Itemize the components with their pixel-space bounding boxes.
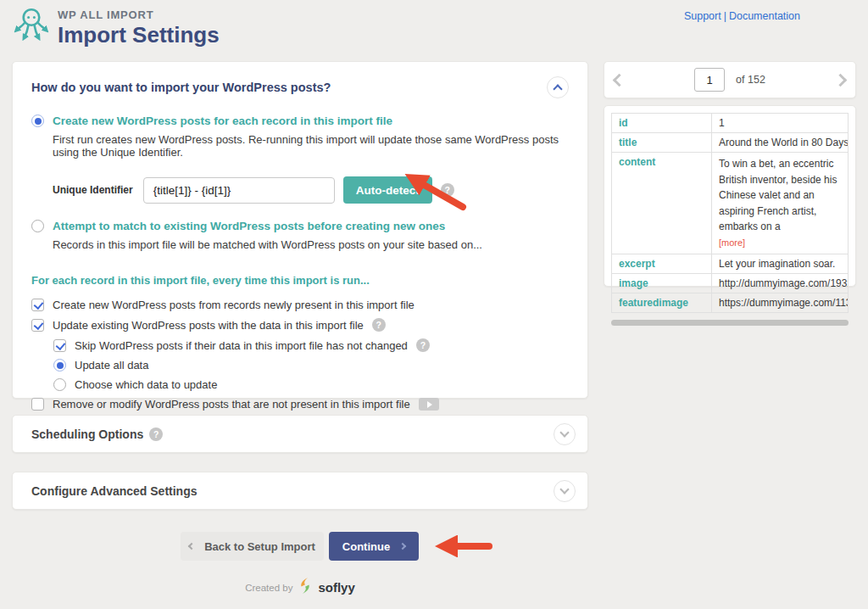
support-link[interactable]: Support <box>684 10 721 22</box>
page-title: Import Settings <box>58 22 220 48</box>
chevron-right-icon <box>399 543 406 550</box>
field-value: Let your imagination soar. <box>712 254 849 274</box>
option-remove-missing[interactable]: Remove or modify WordPress posts that ar… <box>31 398 569 411</box>
chevron-down-icon <box>559 484 569 494</box>
footer: Created by soflyy <box>12 578 588 597</box>
option-update-all-data-label[interactable]: Update all data <box>75 359 148 372</box>
link-separator: | <box>724 10 726 22</box>
unique-identifier-row: Unique Identifier Auto-detect ? <box>53 176 569 204</box>
radio-create-new[interactable]: Create new WordPress posts for each reco… <box>31 115 569 127</box>
scheduling-options-title: Scheduling Options <box>31 427 143 441</box>
field-value: 1 <box>712 114 849 133</box>
video-play-icon[interactable] <box>419 398 439 411</box>
field-name: featuredimage <box>612 293 712 313</box>
record-total-label: of 152 <box>736 74 765 86</box>
brand-name: WP ALL IMPORT <box>58 8 220 21</box>
table-row: excerpt Let your imagination soar. <box>612 254 849 274</box>
chevron-down-icon <box>559 427 569 437</box>
header-links: Support|Documentation <box>684 10 800 22</box>
next-record-button[interactable] <box>834 73 848 87</box>
octopus-logo-icon <box>12 6 51 48</box>
option-create-new-posts-label[interactable]: Create new WordPress posts from records … <box>53 299 415 311</box>
field-value: https://dummyimage.com/113x <box>712 293 849 313</box>
soflyy-brand: soflyy <box>318 580 354 595</box>
radio-update-all-data[interactable] <box>53 359 66 372</box>
field-name: content <box>612 153 712 254</box>
horizontal-scrollbar[interactable] <box>611 320 849 326</box>
record-preview-table: id 1 title Around the World in 80 Days c… <box>611 113 849 313</box>
chevron-left-icon <box>188 543 195 550</box>
table-row: title Around the World in 80 Days <box>612 133 849 153</box>
option-update-all-data[interactable]: Update all data <box>53 359 569 372</box>
field-value: Around the World in 80 Days <box>712 133 849 153</box>
help-icon[interactable]: ? <box>372 318 386 332</box>
documentation-link[interactable]: Documentation <box>729 10 800 22</box>
field-name: image <box>612 274 712 293</box>
continue-button[interactable]: Continue <box>329 532 419 561</box>
auto-detect-button[interactable]: Auto-detect <box>343 176 432 204</box>
unique-identifier-input[interactable] <box>143 177 335 204</box>
checkbox-update-existing[interactable] <box>31 319 44 332</box>
radio-create-new-label[interactable]: Create new WordPress posts for each reco… <box>53 115 392 127</box>
record-number-input[interactable] <box>694 68 725 92</box>
radio-create-new-control[interactable] <box>31 115 44 127</box>
field-name: excerpt <box>612 254 712 274</box>
content-text: To win a bet, an eccentric British inven… <box>719 158 837 232</box>
option-update-existing-label[interactable]: Update existing WordPress posts with the… <box>53 319 364 332</box>
help-icon[interactable]: ? <box>149 427 163 441</box>
field-name: title <box>612 133 712 153</box>
expand-advanced-button[interactable] <box>554 480 576 502</box>
record-pager: of 152 <box>604 61 856 98</box>
field-value: http://dummyimage.com/193x1 <box>712 274 849 293</box>
back-button-label: Back to Setup Import <box>204 540 315 553</box>
soflyy-logo-icon <box>298 578 312 597</box>
option-choose-data[interactable]: Choose which data to update <box>53 378 569 391</box>
panel-question-title: How do you want to import your WordPress… <box>31 81 331 94</box>
radio-match-existing-description: Records in this import file will be matc… <box>53 238 569 251</box>
help-icon[interactable]: ? <box>441 183 454 197</box>
radio-choose-data[interactable] <box>53 378 66 391</box>
option-skip-unchanged[interactable]: Skip WordPress posts if their data in th… <box>53 338 569 352</box>
back-button[interactable]: Back to Setup Import <box>181 532 324 561</box>
table-row: image http://dummyimage.com/193x1 <box>612 274 849 293</box>
each-record-heading: For each record in this import file, eve… <box>31 274 569 287</box>
radio-create-new-description: First run creates new WordPress posts. R… <box>53 133 569 159</box>
import-settings-panel: How do you want to import your WordPress… <box>12 61 588 399</box>
record-preview-card: id 1 title Around the World in 80 Days c… <box>604 105 856 287</box>
continue-button-label: Continue <box>342 540 390 553</box>
option-remove-missing-label[interactable]: Remove or modify WordPress posts that ar… <box>53 398 410 411</box>
expand-scheduling-button[interactable] <box>554 423 576 445</box>
checkbox-create-new-posts[interactable] <box>31 299 44 311</box>
radio-match-existing-control[interactable] <box>31 220 44 232</box>
scheduling-options-panel[interactable]: Scheduling Options ? <box>12 415 588 453</box>
chevron-up-icon <box>553 84 562 93</box>
red-arrow-continue <box>426 535 494 557</box>
option-skip-unchanged-label[interactable]: Skip WordPress posts if their data in th… <box>75 339 408 352</box>
created-by-label: Created by <box>245 583 292 593</box>
radio-match-existing[interactable]: Attempt to match to existing WordPress p… <box>31 220 569 232</box>
table-row: content To win a bet, an eccentric Briti… <box>612 153 849 254</box>
app-header: WP ALL IMPORT Import Settings <box>12 6 220 48</box>
field-name: id <box>612 114 712 133</box>
field-value: To win a bet, an eccentric British inven… <box>712 153 849 254</box>
table-row: id 1 <box>612 114 849 133</box>
help-icon[interactable]: ? <box>416 338 430 352</box>
more-link[interactable]: [more] <box>719 236 841 250</box>
advanced-settings-title: Configure Advanced Settings <box>31 484 198 498</box>
checkbox-skip-unchanged[interactable] <box>53 339 66 352</box>
checkbox-remove-missing[interactable] <box>31 398 44 411</box>
option-create-new-posts[interactable]: Create new WordPress posts from records … <box>31 299 569 311</box>
advanced-settings-panel[interactable]: Configure Advanced Settings <box>12 472 588 510</box>
table-row: featuredimage https://dummyimage.com/113… <box>612 293 849 313</box>
option-update-existing[interactable]: Update existing WordPress posts with the… <box>31 318 569 332</box>
option-choose-data-label[interactable]: Choose which data to update <box>75 378 217 391</box>
collapse-panel-button[interactable] <box>547 76 569 98</box>
unique-identifier-label: Unique Identifier <box>53 184 133 196</box>
radio-match-existing-label[interactable]: Attempt to match to existing WordPress p… <box>53 220 445 232</box>
